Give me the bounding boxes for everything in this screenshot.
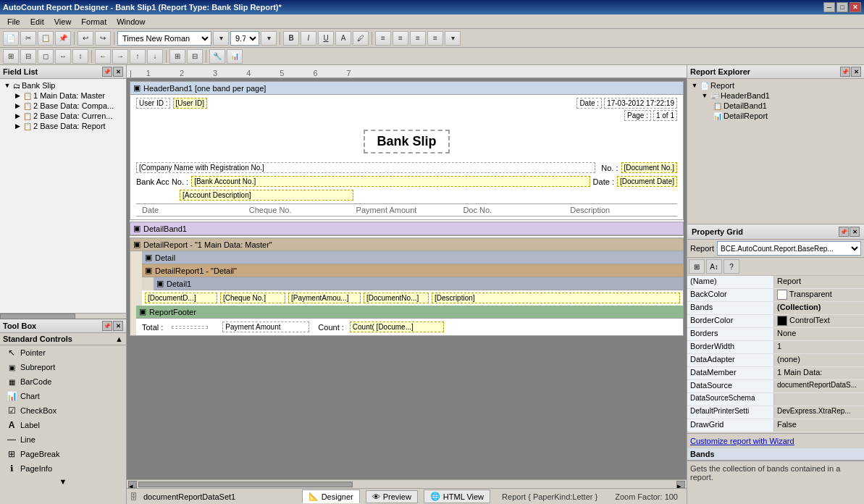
minimize-button[interactable]: ─ [823, 2, 835, 12]
tb2-btn13[interactable]: 📊 [227, 49, 243, 64]
tb2-btn11[interactable]: ⊟ [187, 49, 203, 64]
detail-header[interactable]: ▣ Detail [142, 251, 683, 264]
prop-defaultprinter-value[interactable]: DevExpress.XtraRep... [774, 406, 864, 419]
re-header[interactable]: ▼ 📰 HeaderBand1 [689, 91, 863, 101]
justify-button[interactable]: ≡ [427, 31, 443, 46]
prop-datasource-value[interactable]: documentReportDataS... [774, 380, 864, 392]
redo-button[interactable]: ↪ [95, 31, 111, 46]
detail-doc-date[interactable]: [DocumentD...] [145, 293, 217, 303]
prop-datamember-row[interactable]: DataMember 1 Main Data: [687, 367, 864, 380]
tree-root[interactable]: ▼ 🗂 Bank Slip [1, 80, 125, 91]
prop-drawgrid-value[interactable]: False [774, 419, 864, 432]
bold-button[interactable]: B [283, 31, 299, 46]
report-title[interactable]: Bank Slip [364, 130, 449, 154]
detail-report-header[interactable]: ▣ DetailReport - "1 Main Data: Master" [130, 238, 683, 251]
tb2-btn3[interactable]: ◻ [38, 49, 54, 64]
tb2-btn10[interactable]: ⊞ [169, 49, 185, 64]
prop-bands-row[interactable]: Bands (Collection) [687, 302, 864, 315]
prop-name-row[interactable]: (Name) Report [687, 276, 864, 289]
tab-html[interactable]: 🌐 HTML View [424, 490, 490, 503]
italic-button[interactable]: I [301, 31, 316, 46]
re-close[interactable]: ✕ [851, 67, 861, 77]
toolbox-line[interactable]: — Line [0, 432, 126, 447]
prop-defaultprinter-row[interactable]: DefaultPrinterSetti DevExpress.XtraRep..… [687, 406, 864, 419]
prop-datasource-row[interactable]: DataSource documentReportDataS... [687, 380, 864, 393]
re-detail-report[interactable]: 📊 DetailReport [689, 111, 863, 121]
prop-dataadapter-row[interactable]: DataAdapter (none) [687, 354, 864, 367]
page-value[interactable]: 1 of 1 [653, 110, 677, 121]
prop-dataadapter-value[interactable]: (none) [774, 354, 864, 366]
font-color-button[interactable]: A [335, 31, 351, 46]
detail-cheque[interactable]: [Cheque No.] [220, 293, 285, 303]
new-button[interactable]: 📄 [3, 31, 19, 46]
prop-datasourceschema-row[interactable]: DataSourceSchema [687, 393, 864, 406]
detail-report1-header[interactable]: ▣ DetailReport1 - "Detail" [142, 264, 683, 277]
tree-item-1[interactable]: ▶ 📋 2 Base Data: Compa... [1, 101, 125, 111]
tree-item-2[interactable]: ▶ 📋 2 Base Data: Curren... [1, 111, 125, 121]
date-label[interactable]: Date : [576, 98, 602, 109]
designer-scroll[interactable]: ▣ HeaderBand1 [one band per page] User I… [127, 78, 687, 479]
scroll-track[interactable] [138, 482, 675, 487]
prop-borderwidth-value[interactable]: 1 [774, 341, 864, 353]
underline-button[interactable]: U [318, 31, 334, 46]
header-band-header[interactable]: ▣ HeaderBand1 [one band per page] [130, 82, 683, 95]
tb2-btn8[interactable]: ↑ [130, 49, 146, 64]
page-label[interactable]: Page : [624, 110, 651, 121]
total-box[interactable] [172, 326, 208, 329]
prop-borders-value[interactable]: None [774, 328, 864, 340]
font-dropdown[interactable]: ▾ [213, 31, 229, 46]
company-field[interactable]: [Company Name with Registration No.] [136, 162, 595, 173]
toolbox-pagebreak[interactable]: ⊞ PageBreak [0, 447, 126, 461]
toolbox-section[interactable]: Standard Controls ▲ [0, 333, 126, 345]
prop-drawgrid-row[interactable]: DrawGrid False [687, 419, 864, 432]
font-size-select[interactable]: 9.75 [230, 31, 259, 46]
bank-acc-field[interactable]: [Bank Account No.] [191, 176, 590, 187]
font-select[interactable]: Times New Roman [117, 31, 211, 46]
prop-datamember-value[interactable]: 1 Main Data: [774, 367, 864, 379]
tb2-btn5[interactable]: ↕ [72, 49, 88, 64]
toolbox-more[interactable]: ▼ [0, 476, 126, 487]
undo-button[interactable]: ↩ [77, 31, 93, 46]
acc-desc-field[interactable]: [Account Description] [180, 190, 353, 201]
customize-link[interactable]: Customize report with Wizard [687, 433, 864, 448]
menu-edit[interactable]: Edit [26, 16, 49, 28]
prop-backcolor-value[interactable]: Transparent [774, 289, 864, 301]
userid-label[interactable]: User ID : [136, 98, 170, 109]
toolbox-close[interactable]: ✕ [113, 321, 123, 331]
userid-field[interactable]: [User ID] [173, 98, 207, 109]
detail1-header[interactable]: ▣ Detail1 [154, 277, 683, 290]
tree-item-3[interactable]: ▶ 📋 2 Base Data: Report [1, 121, 125, 131]
tb2-btn12[interactable]: 🔧 [209, 49, 225, 64]
pg-close[interactable]: ✕ [850, 227, 860, 237]
maximize-button[interactable]: □ [836, 2, 848, 12]
scroll-left[interactable]: ◂ [128, 481, 137, 488]
format-dropdown[interactable]: ▾ [445, 31, 461, 46]
align-center-button[interactable]: ≡ [393, 31, 408, 46]
pg-pin[interactable]: 📌 [839, 227, 849, 237]
prop-datasourceschema-value[interactable] [774, 393, 864, 406]
prop-object-select[interactable]: BCE.AutoCount.Report.BaseRep... [717, 241, 861, 256]
toolbox-pageinfo[interactable]: ℹ PageInfo [0, 461, 126, 476]
toolbox-label[interactable]: A Label [0, 418, 126, 432]
doc-no-field[interactable]: [Document No.] [621, 162, 677, 173]
prop-borderwidth-row[interactable]: BorderWidth 1 [687, 341, 864, 354]
tb2-btn1[interactable]: ⊞ [3, 49, 19, 64]
align-left-button[interactable]: ≡ [375, 31, 391, 46]
date-value[interactable]: 17-03-2012 17:22:19 [604, 98, 677, 109]
tb2-btn6[interactable]: ← [95, 49, 111, 64]
field-list-close[interactable]: ✕ [113, 67, 123, 77]
prop-borders-row[interactable]: Borders None [687, 328, 864, 341]
detail-desc[interactable]: [Description] [432, 293, 680, 303]
menu-format[interactable]: Format [77, 16, 111, 28]
toolbox-pin[interactable]: 📌 [102, 321, 112, 331]
prop-alphabetical[interactable]: A↕ [706, 259, 722, 274]
prop-name-value[interactable]: Report [774, 276, 864, 288]
scroll-right[interactable]: ▸ [676, 481, 685, 488]
re-pin[interactable]: 📌 [840, 67, 850, 77]
detail-payment[interactable]: [PaymentAmou...] [288, 293, 361, 303]
toolbox-chart[interactable]: 📊 Chart [0, 389, 126, 403]
prop-backcolor-row[interactable]: BackColor Transparent [687, 289, 864, 302]
prop-bands-value[interactable]: (Collection) [774, 302, 864, 314]
tab-preview[interactable]: 👁 Preview [366, 490, 418, 503]
count-field[interactable]: Count( [Docume...] [350, 322, 444, 332]
